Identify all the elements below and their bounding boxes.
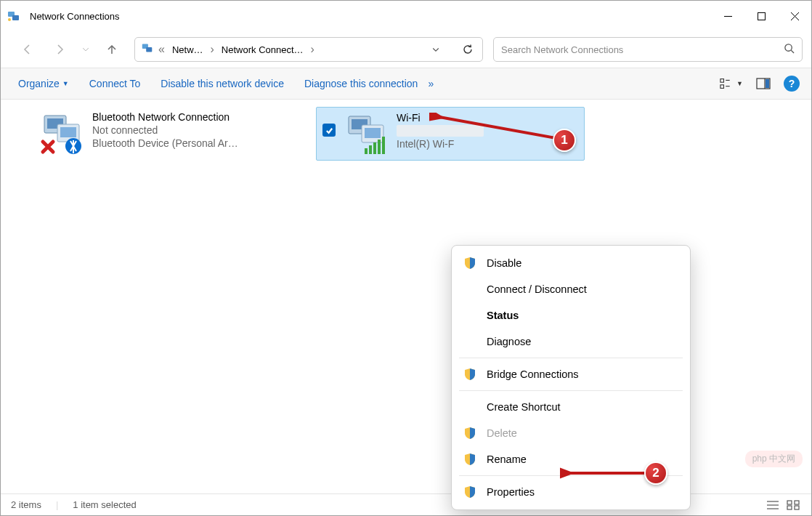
search-icon [784,43,795,56]
annotation-arrow [560,466,654,480]
breadcrumb-segment[interactable]: Netw… [169,44,206,55]
minimize-button[interactable] [711,1,744,31]
shield-icon [463,427,476,440]
ctx-connect-disconnect[interactable]: Connect / Disconnect [452,276,690,302]
ctx-diagnose[interactable]: Diagnose [452,328,690,355]
location-icon [141,41,154,57]
ctx-status[interactable]: Status [452,302,690,328]
preview-pane-button[interactable] [752,73,775,94]
adapter-item-bluetooth[interactable]: Bluetooth Network Connection Not connect… [33,107,301,161]
ctx-bridge[interactable]: Bridge Connections [452,361,690,387]
disable-device-button[interactable]: Disable this network device [150,73,294,94]
adapter-icon [343,112,389,156]
overflow-menu[interactable]: » [428,73,444,94]
selection-checkbox[interactable] [322,124,336,137]
annotation-badge-2: 2 [644,461,667,485]
svg-rect-39 [795,501,799,504]
back-button[interactable] [14,36,41,63]
chevron-left-icon: « [157,43,166,56]
svg-line-33 [439,117,560,139]
svg-rect-38 [787,501,792,504]
shield-icon [463,257,476,270]
help-button[interactable]: ? [784,76,800,92]
chevron-right-icon: › [209,43,216,56]
svg-rect-1 [12,15,19,20]
details-view-button[interactable] [765,499,781,512]
svg-line-11 [791,50,794,53]
adapter-icon [38,111,85,155]
close-button[interactable] [778,1,811,31]
annotation-arrow [429,113,567,143]
svg-rect-29 [369,145,372,154]
shield-icon [463,485,476,499]
view-options-button[interactable]: ▼ [720,73,743,94]
diagnose-button[interactable]: Diagnose this connection [294,73,428,94]
annotation-badge-1: 1 [553,129,576,152]
svg-point-10 [785,44,792,51]
status-item-count: 2 items [11,499,41,510]
window-title: Network Connections [30,11,711,22]
title-bar: Network Connections [1,1,811,31]
address-dropdown[interactable] [421,45,450,54]
menu-separator [459,390,683,391]
ctx-delete: Delete [452,420,690,446]
svg-rect-9 [146,47,152,52]
search-box[interactable]: Search Network Connections [493,37,803,62]
svg-rect-28 [365,148,368,154]
svg-rect-41 [795,506,799,509]
svg-rect-12 [720,79,724,83]
connect-to-button[interactable]: Connect To [79,73,151,94]
navigation-bar: « Netw… › Network Connect… › Search Netw… [1,31,811,68]
shield-icon [463,453,476,466]
svg-rect-13 [720,85,724,89]
organize-menu[interactable]: Organize▼ [8,73,79,94]
up-button[interactable] [98,36,126,63]
app-icon [7,9,21,23]
maximize-button[interactable] [744,1,778,31]
svg-rect-30 [373,142,376,154]
menu-separator [459,358,683,358]
svg-rect-22 [60,127,76,137]
search-placeholder: Search Network Connections [501,44,778,55]
forward-button[interactable] [46,36,73,63]
svg-rect-32 [382,137,385,154]
window-controls [711,1,811,31]
command-bar: Organize▼ Connect To Disable this networ… [1,68,811,100]
content-area: Bluetooth Network Connection Not connect… [1,100,811,493]
svg-rect-18 [766,79,769,88]
watermark: php 中文网 [745,451,803,467]
status-selected-count: 1 item selected [73,499,136,510]
svg-rect-27 [365,128,381,138]
svg-rect-31 [378,140,381,154]
adapter-device: Bluetooth Device (Personal Ar… [92,137,238,149]
refresh-button[interactable] [453,44,482,55]
breadcrumb-segment[interactable]: Network Connect… [219,44,306,55]
ctx-disable[interactable]: Disable [452,250,690,276]
svg-rect-4 [758,12,765,20]
chevron-right-icon: › [309,43,316,56]
ctx-create-shortcut[interactable]: Create Shortcut [452,394,690,420]
adapter-name: Bluetooth Network Connection [92,111,238,123]
svg-point-2 [8,18,11,21]
adapter-status: Not connected [92,124,238,136]
shield-icon [463,368,476,381]
address-bar[interactable]: « Netw… › Network Connect… › [134,37,483,62]
large-icons-view-button[interactable] [785,499,801,512]
recent-dropdown[interactable] [78,36,94,63]
svg-rect-40 [787,506,792,509]
